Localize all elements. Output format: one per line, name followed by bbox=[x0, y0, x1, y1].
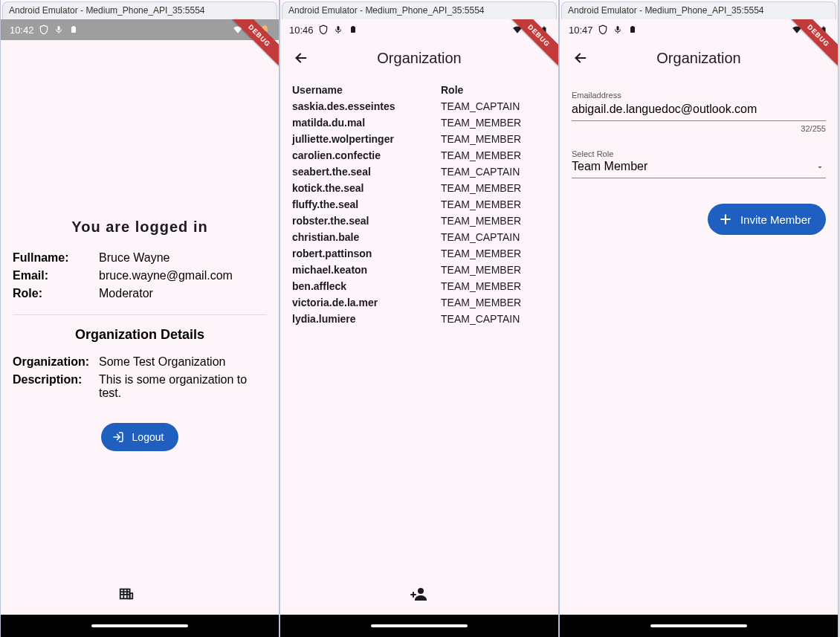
cell-role: TEAM_MEMBER bbox=[441, 182, 546, 194]
cell-role: TEAM_CAPTAIN bbox=[441, 166, 546, 178]
svg-rect-10 bbox=[130, 593, 133, 598]
window-title: Android Emulator - Medium_Phone_API_35:5… bbox=[2, 1, 277, 19]
col-username: Username bbox=[292, 84, 441, 96]
role-value: Team Member bbox=[572, 158, 826, 173]
table-row[interactable]: carolien.confectieTEAM_MEMBER bbox=[292, 147, 546, 164]
android-navbar[interactable] bbox=[280, 615, 558, 637]
label-fullname: Fullname: bbox=[13, 251, 99, 265]
label-email: Email: bbox=[13, 269, 99, 282]
clipboard-icon bbox=[627, 25, 638, 35]
shield-icon bbox=[39, 25, 49, 35]
table-row[interactable]: robster.the.sealTEAM_MEMBER bbox=[292, 213, 546, 229]
cell-role: TEAM_CAPTAIN bbox=[441, 313, 546, 325]
cell-username: carolien.confectie bbox=[292, 149, 441, 161]
label-role: Role: bbox=[13, 287, 99, 300]
status-time: 10:47 bbox=[569, 25, 593, 36]
status-time: 10:42 bbox=[10, 25, 34, 36]
table-row[interactable]: lydia.lumiereTEAM_CAPTAIN bbox=[292, 311, 546, 327]
svg-rect-20 bbox=[630, 27, 635, 33]
cell-username: robert.pattinson bbox=[292, 248, 441, 259]
nav-organization-icon[interactable] bbox=[116, 583, 137, 604]
back-button[interactable] bbox=[286, 43, 316, 73]
chevron-down-icon bbox=[815, 163, 824, 172]
android-navbar[interactable] bbox=[560, 615, 838, 637]
window-title: Android Emulator - Medium_Phone_API_35:5… bbox=[282, 1, 557, 19]
debug-ribbon: DEBUG bbox=[790, 19, 838, 67]
role-label: Select Role bbox=[572, 149, 826, 158]
cell-username: matilda.du.mal bbox=[292, 117, 441, 129]
shield-icon bbox=[318, 25, 329, 35]
table-row[interactable]: christian.baleTEAM_CAPTAIN bbox=[292, 229, 546, 245]
table-row[interactable]: michael.keatonTEAM_MEMBER bbox=[292, 262, 546, 278]
logged-in-heading: You are logged in bbox=[13, 219, 267, 236]
table-row[interactable]: julliette.wolpertingerTEAM_MEMBER bbox=[292, 131, 546, 147]
nav-add-person-icon[interactable] bbox=[410, 585, 428, 603]
page-title: Organization bbox=[316, 50, 523, 67]
svg-rect-13 bbox=[351, 27, 355, 33]
android-navbar[interactable] bbox=[1, 615, 279, 637]
table-row[interactable]: fluffy.the.sealTEAM_MEMBER bbox=[292, 196, 546, 213]
value-fullname: Bruce Wayne bbox=[99, 251, 267, 265]
cell-username: seabert.the.seal bbox=[292, 166, 441, 178]
page-title: Organization bbox=[595, 50, 802, 67]
table-row[interactable]: saskia.des.esseintesTEAM_CAPTAIN bbox=[292, 98, 546, 114]
col-role: Role bbox=[441, 84, 546, 96]
table-row[interactable]: ben.affleckTEAM_MEMBER bbox=[292, 278, 546, 294]
org-heading: Organization Details bbox=[13, 327, 267, 343]
divider bbox=[13, 314, 267, 315]
value-description: This is some organization to test. bbox=[99, 373, 267, 400]
svg-rect-14 bbox=[352, 26, 354, 28]
cell-username: julliette.wolpertinger bbox=[292, 133, 441, 145]
cell-role: TEAM_MEMBER bbox=[441, 248, 546, 259]
cell-username: christian.bale bbox=[292, 231, 441, 243]
value-role: Moderator bbox=[99, 287, 267, 300]
table-header: Username Role bbox=[292, 82, 546, 98]
cell-role: TEAM_MEMBER bbox=[441, 297, 546, 308]
debug-ribbon: DEBUG bbox=[231, 19, 279, 67]
cell-role: TEAM_CAPTAIN bbox=[441, 231, 546, 243]
svg-point-17 bbox=[418, 588, 424, 594]
status-time: 10:46 bbox=[289, 25, 314, 36]
window-title: Android Emulator - Medium_Phone_API_35:5… bbox=[561, 1, 836, 19]
svg-rect-21 bbox=[631, 26, 633, 28]
cell-role: TEAM_CAPTAIN bbox=[441, 100, 546, 112]
cell-username: robster.the.seal bbox=[292, 215, 441, 227]
clipboard-icon bbox=[68, 25, 79, 35]
value-email: bruce.wayne@gmail.com bbox=[99, 269, 267, 282]
mic-icon bbox=[54, 25, 64, 35]
role-select[interactable]: Select Role Team Member bbox=[572, 148, 826, 178]
value-organization: Some Test Organization bbox=[99, 355, 267, 369]
cell-role: TEAM_MEMBER bbox=[441, 117, 546, 129]
logout-button[interactable]: Logout bbox=[101, 423, 179, 451]
table-row[interactable]: robert.pattinsonTEAM_MEMBER bbox=[292, 245, 546, 262]
logout-label: Logout bbox=[132, 431, 164, 443]
email-input[interactable] bbox=[572, 100, 826, 121]
clipboard-icon bbox=[348, 25, 358, 35]
logout-icon bbox=[112, 430, 125, 444]
svg-rect-11 bbox=[337, 26, 339, 30]
debug-ribbon: DEBUG bbox=[511, 19, 558, 67]
table-row[interactable]: matilda.du.malTEAM_MEMBER bbox=[292, 114, 546, 131]
back-button[interactable] bbox=[566, 43, 595, 73]
mic-icon bbox=[613, 25, 623, 35]
label-description: Description: bbox=[13, 373, 99, 387]
invite-member-button[interactable]: Invite Member bbox=[708, 204, 826, 235]
email-counter: 32/255 bbox=[801, 124, 826, 133]
table-row[interactable]: victoria.de.la.merTEAM_MEMBER bbox=[292, 294, 546, 311]
cell-username: ben.affleck bbox=[292, 280, 441, 292]
cell-role: TEAM_MEMBER bbox=[441, 280, 546, 292]
invite-label: Invite Member bbox=[740, 213, 811, 226]
mic-icon bbox=[333, 25, 343, 35]
table-row[interactable]: seabert.the.sealTEAM_CAPTAIN bbox=[292, 164, 546, 180]
cell-username: lydia.lumiere bbox=[292, 313, 441, 325]
email-field[interactable]: Emailaddress 32/255 bbox=[572, 91, 826, 121]
cell-username: saskia.des.esseintes bbox=[292, 100, 441, 112]
table-row[interactable]: kotick.the.sealTEAM_MEMBER bbox=[292, 180, 546, 196]
shield-icon bbox=[598, 25, 608, 35]
cell-username: fluffy.the.seal bbox=[292, 198, 441, 210]
svg-rect-0 bbox=[57, 26, 59, 30]
svg-rect-18 bbox=[616, 26, 618, 30]
cell-role: TEAM_MEMBER bbox=[441, 149, 546, 161]
label-organization: Organization: bbox=[13, 355, 99, 369]
email-label: Emailaddress bbox=[572, 91, 826, 100]
